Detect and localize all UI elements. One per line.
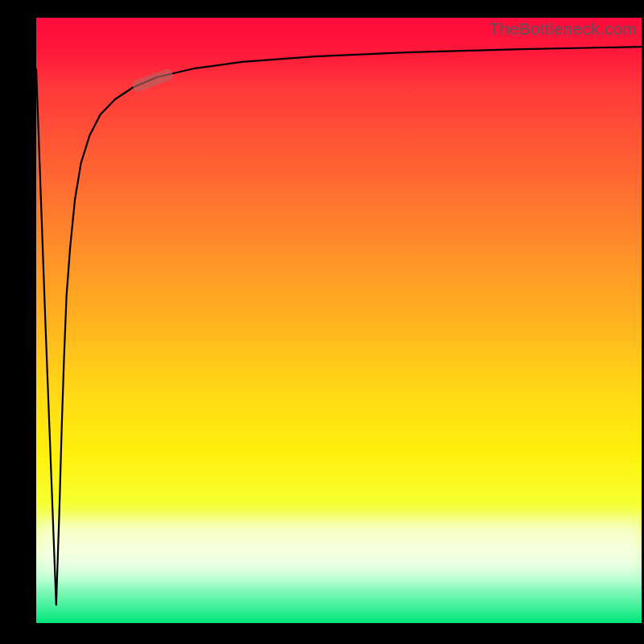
curve-layer xyxy=(36,18,642,623)
curve-marker xyxy=(131,68,175,93)
watermark-text: TheBottleneck.com xyxy=(489,19,637,39)
chart-frame: TheBottleneck.com xyxy=(0,0,644,644)
bottleneck-curve-path xyxy=(36,47,642,605)
plot-area: TheBottleneck.com xyxy=(36,18,642,623)
